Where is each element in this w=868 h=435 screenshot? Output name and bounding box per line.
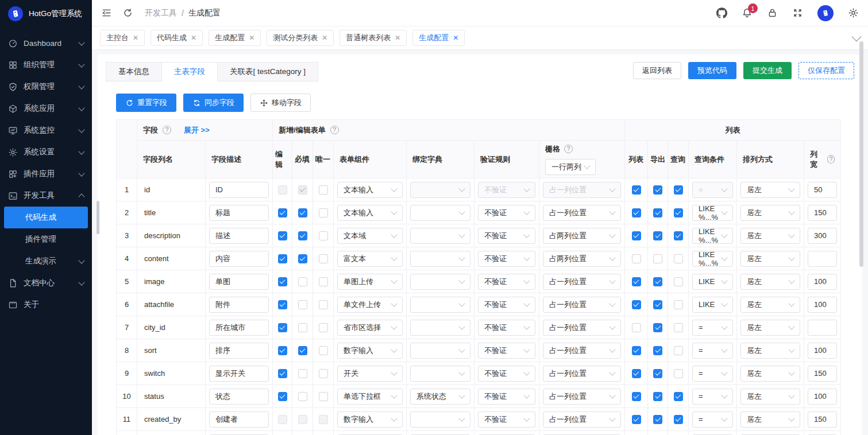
sidebar-item-文档中心[interactable]: 文档中心: [0, 272, 92, 294]
dict-select[interactable]: [410, 205, 470, 221]
field-desc-input[interactable]: 内容: [209, 251, 269, 267]
rule-select[interactable]: 不验证: [478, 411, 535, 428]
export-checkbox[interactable]: [653, 277, 662, 286]
list-checkbox[interactable]: [632, 323, 641, 332]
align-select[interactable]: 居左: [740, 411, 800, 428]
form-group-help-icon[interactable]: ?: [330, 126, 339, 134]
required-checkbox[interactable]: [298, 392, 307, 401]
query-checkbox[interactable]: [674, 392, 683, 401]
field-desc-input[interactable]: 排序: [209, 343, 269, 359]
component-select[interactable]: 单选下拉框: [337, 389, 403, 405]
open-tab-普通树表列表[interactable]: 普通树表列表✕: [340, 30, 407, 46]
github-icon[interactable]: [716, 7, 727, 18]
field-desc-input[interactable]: 描述: [209, 228, 269, 244]
required-checkbox[interactable]: [298, 323, 307, 332]
query-checkbox[interactable]: [674, 254, 683, 263]
export-checkbox[interactable]: [653, 369, 662, 378]
list-checkbox[interactable]: [632, 415, 641, 424]
settings-gear-icon[interactable]: [848, 7, 859, 18]
component-select[interactable]: 文本域: [337, 228, 403, 244]
export-checkbox[interactable]: [653, 415, 662, 424]
sidebar-item-dashboard[interactable]: Dashboard: [0, 32, 92, 54]
field-desc-input[interactable]: 显示开关: [209, 366, 269, 382]
grid-select[interactable]: 占一列位置: [543, 389, 621, 405]
open-tab-生成配置[interactable]: 生成配置✕: [209, 30, 261, 46]
export-checkbox[interactable]: [653, 231, 662, 240]
col-width-input[interactable]: 100: [808, 343, 837, 359]
list-checkbox[interactable]: [632, 346, 641, 355]
close-tab-icon[interactable]: ✕: [191, 34, 196, 42]
config-tab-主表字段[interactable]: 主表字段: [162, 62, 218, 81]
export-checkbox[interactable]: [653, 346, 662, 355]
config-tab-基本信息[interactable]: 基本信息: [106, 62, 162, 81]
grid-select[interactable]: 占一列位置: [543, 320, 621, 336]
grid-select[interactable]: 占两列位置: [543, 251, 621, 267]
query-cond-select[interactable]: =: [692, 389, 733, 405]
edit-checkbox[interactable]: [278, 346, 287, 355]
rule-select[interactable]: 不验证: [478, 228, 535, 244]
required-checkbox[interactable]: [298, 346, 307, 355]
query-checkbox[interactable]: [674, 346, 683, 355]
grid-select[interactable]: 占一列位置: [543, 205, 621, 221]
col-width-input[interactable]: [808, 320, 837, 336]
unique-checkbox[interactable]: [319, 369, 328, 378]
rule-select[interactable]: 不验证: [478, 320, 535, 336]
query-cond-select[interactable]: LIKE %...%: [692, 228, 733, 244]
col-width-input[interactable]: 150: [808, 411, 837, 428]
sidebar-item-代码生成[interactable]: 代码生成: [4, 207, 88, 228]
expand-link[interactable]: 展开 >>: [184, 125, 210, 135]
unique-checkbox[interactable]: [319, 185, 328, 195]
submit-generate-button[interactable]: 提交生成: [743, 62, 792, 79]
close-tab-icon[interactable]: ✕: [322, 34, 327, 42]
move-fields-button[interactable]: 移动字段: [250, 94, 311, 112]
required-checkbox[interactable]: [298, 208, 307, 218]
col-width-input[interactable]: 100: [808, 274, 837, 290]
component-select[interactable]: 数字输入: [337, 411, 403, 428]
col-width-input[interactable]: 100: [808, 389, 837, 405]
field-group-help-icon[interactable]: ?: [163, 126, 171, 134]
col-width-input[interactable]: 300: [808, 228, 837, 244]
edit-checkbox[interactable]: [278, 208, 287, 218]
query-cond-select[interactable]: LIKE: [692, 297, 733, 313]
component-select[interactable]: 单文件上传: [337, 297, 403, 313]
query-checkbox[interactable]: [674, 208, 683, 218]
component-select[interactable]: 富文本: [337, 251, 403, 267]
tabs-dropdown-chevron-icon[interactable]: [852, 32, 862, 42]
rule-select[interactable]: 不验证: [478, 389, 535, 405]
edit-checkbox[interactable]: [278, 369, 287, 378]
notification-bell-icon[interactable]: 1: [742, 7, 753, 18]
sidebar-item-权限管理[interactable]: 权限管理: [0, 76, 92, 98]
user-avatar[interactable]: [817, 5, 834, 21]
open-tab-主控台[interactable]: 主控台✕: [100, 30, 145, 46]
query-checkbox[interactable]: [674, 300, 683, 309]
export-checkbox[interactable]: [653, 392, 662, 401]
dict-select[interactable]: [410, 251, 470, 267]
required-checkbox[interactable]: [298, 231, 307, 240]
field-desc-input[interactable]: 状态: [209, 389, 269, 405]
query-cond-select[interactable]: =: [692, 320, 733, 336]
unique-checkbox[interactable]: [319, 346, 328, 355]
export-checkbox[interactable]: [653, 300, 662, 309]
align-select[interactable]: 居左: [740, 389, 800, 405]
close-tab-icon[interactable]: ✕: [453, 34, 458, 42]
app-logo[interactable]: HotGo管理系统: [0, 0, 92, 28]
config-tab-关联表[ testCategory ][interactable]: 关联表[ testCategory ]: [218, 62, 318, 81]
query-checkbox[interactable]: [674, 231, 683, 240]
sidebar-item-开发工具[interactable]: 开发工具: [0, 185, 92, 207]
export-checkbox[interactable]: [653, 185, 662, 195]
rule-select[interactable]: 不验证: [478, 343, 535, 359]
dict-select[interactable]: [410, 228, 470, 244]
preview-code-button[interactable]: 预览代码: [688, 62, 736, 79]
grid-select[interactable]: 占一列位置: [543, 274, 621, 290]
sidebar-item-系统应用[interactable]: 系统应用: [0, 98, 92, 119]
rule-select[interactable]: 不验证: [478, 205, 535, 221]
query-cond-select[interactable]: =: [692, 343, 733, 359]
edit-checkbox[interactable]: [278, 323, 287, 332]
edit-checkbox[interactable]: [278, 392, 287, 401]
close-tab-icon[interactable]: ✕: [249, 34, 254, 42]
unique-checkbox[interactable]: [319, 277, 328, 286]
rule-select[interactable]: 不验证: [478, 366, 535, 382]
dict-select[interactable]: [410, 343, 470, 359]
open-tab-代码生成[interactable]: 代码生成✕: [151, 30, 203, 46]
component-select[interactable]: 数字输入: [337, 343, 403, 359]
